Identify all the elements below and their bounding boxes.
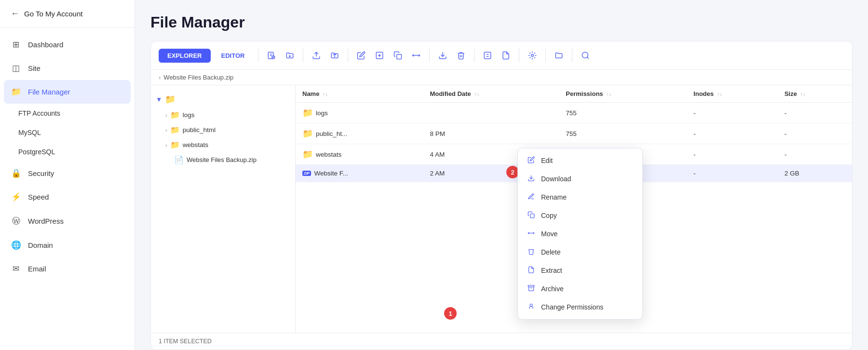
upload-folder-icon[interactable] (326, 47, 343, 64)
go-to-account-button[interactable]: ← Go To My Account (0, 0, 135, 28)
table-row[interactable]: 📁 logs 755 - - (296, 103, 852, 123)
delete-icon[interactable] (453, 47, 469, 64)
context-menu: Edit Download Rename (517, 148, 643, 320)
tree-item-public-html[interactable]: › 📁 public_html (151, 122, 295, 137)
copy-toolbar-icon[interactable] (390, 47, 406, 64)
context-menu-copy[interactable]: Copy (518, 206, 642, 225)
compress-icon[interactable] (479, 47, 496, 64)
toolbar-divider-8 (572, 49, 572, 62)
page-title: File Manager (150, 13, 853, 31)
folder-icon-logs: 📁 (302, 108, 313, 118)
table-row[interactable]: 📁 public_ht... 8 PM 755 - - (296, 123, 852, 144)
sidebar-item-site[interactable]: ◫ Site (0, 56, 135, 80)
new-file-icon[interactable] (263, 47, 280, 64)
col-permissions[interactable]: Permissions ↑↓ (559, 85, 687, 103)
folder-open-icon[interactable] (551, 47, 567, 64)
status-bar: 1 ITEM SELECTED (151, 333, 852, 350)
toolbar-divider-4 (429, 49, 430, 62)
search-toolbar-icon[interactable] (577, 47, 594, 64)
sidebar-item-dashboard[interactable]: ⊞ Dashboard (0, 33, 135, 56)
context-menu-delete[interactable]: Delete (518, 243, 642, 261)
new-folder-icon[interactable] (282, 47, 298, 64)
upload-icon[interactable] (308, 47, 325, 64)
context-menu-move[interactable]: Move (518, 225, 642, 243)
context-menu-edit[interactable]: Edit (518, 151, 642, 170)
context-menu-delete-label: Delete (541, 248, 560, 256)
sidebar-item-email[interactable]: ✉ Email (0, 257, 135, 281)
tab-explorer[interactable]: EXPLORER (159, 49, 211, 63)
rename-icon[interactable] (371, 47, 388, 64)
sidebar-label-site: Site (28, 64, 41, 72)
svg-rect-25 (528, 285, 534, 287)
sidebar-label-domain: Domain (28, 241, 53, 249)
rename-menu-icon (527, 193, 535, 202)
sidebar-label-file-manager: File Manager (28, 88, 70, 96)
toolbar-divider-5 (474, 49, 475, 62)
sidebar-item-file-manager[interactable]: 📁 File Manager (4, 80, 131, 104)
svg-point-20 (583, 52, 588, 58)
context-menu-extract-label: Extract (541, 267, 562, 274)
back-arrow-icon: ← (11, 9, 19, 19)
file-name-webstats: webstats (316, 151, 341, 158)
sidebar-item-domain[interactable]: 🌐 Domain (0, 233, 135, 257)
tree-item-zip[interactable]: 📄 Website Files Backup.zip (151, 152, 295, 167)
sort-size-icon: ↑↓ (800, 91, 805, 97)
badge-1: 1 (444, 307, 457, 320)
col-size[interactable]: Size ↑↓ (778, 85, 852, 103)
sidebar-item-postgresql[interactable]: PostgreSQL (0, 142, 135, 162)
tree-chevron-webstats: › (165, 142, 167, 148)
delete-menu-icon (527, 248, 535, 256)
tree-chevron-public-html: › (165, 127, 167, 133)
svg-rect-13 (397, 54, 402, 59)
sidebar-item-security[interactable]: 🔒 Security (0, 162, 135, 185)
file-modified-logs (423, 103, 559, 123)
context-menu-permissions[interactable]: Change Permissions (518, 298, 642, 316)
context-menu-extract[interactable]: Extract (518, 261, 642, 280)
svg-line-21 (587, 57, 589, 58)
toolbar-divider-7 (545, 49, 546, 62)
tree-chevron-logs: › (165, 112, 167, 118)
domain-icon: 🌐 (11, 240, 21, 250)
sidebar-item-wordpress[interactable]: Ⓦ WordPress (0, 209, 135, 233)
sidebar-item-ftp-accounts[interactable]: FTP Accounts (0, 104, 135, 123)
extract-toolbar-icon[interactable] (498, 47, 514, 64)
tree-folder-icon-webstats: 📁 (170, 140, 180, 149)
context-menu-download-label: Download (541, 175, 571, 183)
file-permissions-logs: 755 (559, 103, 687, 123)
edit-menu-icon (527, 156, 535, 165)
sidebar-item-speed[interactable]: ⚡ Speed (0, 185, 135, 209)
tree-root[interactable]: ▼ 📁 (151, 91, 295, 108)
edit-icon[interactable] (353, 47, 369, 64)
svg-rect-16 (485, 52, 491, 59)
sidebar-section-main: ⊞ Dashboard ◫ Site 📁 File Manager FTP Ac… (0, 28, 135, 285)
archive-menu-icon (527, 284, 535, 293)
file-tree: ▼ 📁 › 📁 logs › 📁 public_html › 📁 webstat… (151, 85, 296, 333)
context-menu-archive[interactable]: Archive (518, 280, 642, 298)
download-icon[interactable] (434, 47, 451, 64)
context-menu-copy-label: Copy (541, 212, 557, 219)
tree-item-logs[interactable]: › 📁 logs (151, 108, 295, 122)
toolbar-divider-6 (519, 49, 519, 62)
col-inodes[interactable]: Inodes ↑↓ (687, 85, 778, 103)
tree-label-public-html: public_html (183, 126, 216, 134)
sidebar-label-speed: Speed (28, 193, 49, 201)
sidebar-item-mysql[interactable]: MySQL (0, 123, 135, 142)
move-icon[interactable] (408, 47, 424, 64)
tree-root-folder-icon: 📁 (165, 94, 176, 105)
breadcrumb-path: Website Files Backup.zip (163, 74, 233, 81)
file-name-logs: logs (316, 109, 328, 117)
file-size-zip: 2 GB (778, 165, 852, 182)
permissions-icon[interactable] (524, 47, 541, 64)
context-menu-rename[interactable]: Rename (518, 188, 642, 206)
folder-icon-webstats: 📁 (302, 149, 313, 160)
speed-icon: ⚡ (11, 192, 21, 202)
context-menu-download[interactable]: Download (518, 170, 642, 188)
col-name[interactable]: Name ↑↓ (296, 85, 423, 103)
back-label: Go To My Account (24, 10, 82, 18)
context-menu-permissions-label: Change Permissions (541, 303, 603, 311)
tab-editor[interactable]: EDITOR (213, 49, 254, 63)
file-inodes-webstats: - (687, 144, 778, 165)
col-modified[interactable]: Modified Date ↑↓ (423, 85, 559, 103)
tree-item-webstats[interactable]: › 📁 webstats (151, 137, 295, 152)
tree-folder-icon-public-html: 📁 (170, 125, 180, 135)
